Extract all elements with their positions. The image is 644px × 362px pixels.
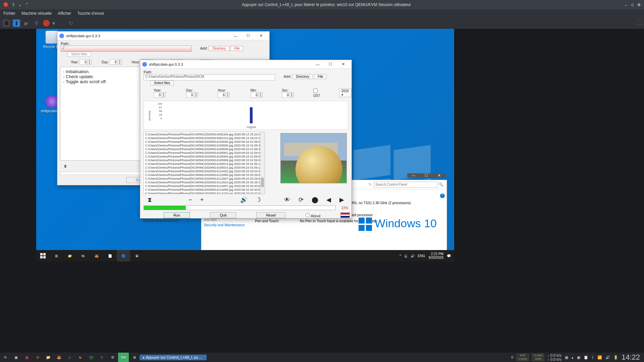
next-icon[interactable]: ▶ bbox=[339, 196, 344, 203]
files-icon[interactable]: ▦ bbox=[21, 353, 32, 362]
spinner-icon[interactable]: ▴▾ bbox=[290, 92, 294, 98]
close-button[interactable]: ✕ bbox=[337, 62, 350, 66]
maximize-button[interactable]: ☐ bbox=[242, 34, 255, 38]
reload-icon[interactable]: ⟳ bbox=[299, 196, 304, 203]
play-icon[interactable]: ▶ bbox=[23, 19, 30, 27]
prev-icon[interactable]: ◀ bbox=[326, 196, 331, 203]
scrollbar[interactable] bbox=[260, 132, 265, 194]
explorer-button[interactable]: 📁 bbox=[63, 250, 76, 261]
monitor-icon[interactable]: 🖥 bbox=[3, 19, 10, 27]
tray-network-icon[interactable]: ⊑ bbox=[405, 254, 407, 258]
day-input[interactable] bbox=[186, 92, 194, 98]
moon-icon[interactable]: ☽ bbox=[256, 196, 261, 203]
power-icon[interactable] bbox=[43, 20, 50, 26]
firefox-button[interactable]: 🦊 bbox=[90, 250, 103, 261]
list-item[interactable]: C:/Users/Gentoo/Pictures/Photos/DICM/IMG… bbox=[145, 181, 263, 184]
menu-fichier[interactable]: Fichier bbox=[3, 11, 15, 16]
select-files-button[interactable]: Select files bbox=[150, 80, 174, 85]
spinner-icon[interactable]: ▴▾ bbox=[118, 59, 122, 65]
list-item[interactable]: C:/Users/Gentoo/Pictures/Photos/DICM/IMG… bbox=[145, 151, 263, 155]
help-icon[interactable]: ? bbox=[440, 193, 445, 198]
file-button[interactable]: File bbox=[314, 74, 327, 79]
action-center-icon[interactable]: 💬 bbox=[447, 254, 451, 258]
maximize-button[interactable]: ☐ bbox=[420, 173, 433, 178]
list-item[interactable]: C:/Users/Gentoo/Pictures/Photos/DICM/IMG… bbox=[145, 162, 263, 166]
close-button[interactable]: ✕ bbox=[255, 34, 267, 38]
refresh-icon[interactable]: ↻ bbox=[369, 182, 372, 187]
close-button[interactable]: ✕ bbox=[433, 173, 445, 178]
host-minimize-icon[interactable]: ⌄ bbox=[624, 2, 628, 7]
dst-checkbox[interactable] bbox=[313, 88, 318, 93]
list-item[interactable]: C:/Users/Gentoo/Pictures/Photos/DICM/IMG… bbox=[145, 147, 263, 151]
tex-icon[interactable]: TeX bbox=[118, 353, 129, 362]
gear-icon[interactable]: ⚙ bbox=[107, 353, 118, 362]
tray-battery-icon[interactable]: 🔋 bbox=[613, 355, 618, 360]
year-combo[interactable]: 2020 ▾ bbox=[339, 88, 352, 97]
dropdown-icon[interactable]: ▾ bbox=[52, 20, 55, 26]
min-input[interactable] bbox=[251, 92, 259, 98]
file-list[interactable]: C:/Users/Gentoo/Pictures/Photos/DICM/IMG… bbox=[144, 132, 265, 194]
fullscreen-icon[interactable]: ⛶ bbox=[637, 19, 644, 27]
host-pin-icon[interactable]: ⇧ bbox=[12, 2, 15, 7]
day-input[interactable] bbox=[110, 59, 118, 65]
list-item[interactable]: C:/Users/Gentoo/Pictures/Photos/DICM/IMG… bbox=[145, 133, 263, 136]
cpu-chip-icon[interactable]: ▦ bbox=[565, 355, 568, 360]
tray-app-icon[interactable]: ▣ bbox=[577, 355, 580, 360]
list-item[interactable]: C:/Users/Gentoo/Pictures/Photos/DICM/IMG… bbox=[145, 155, 263, 159]
file-button[interactable]: File bbox=[230, 46, 243, 51]
host-maximize-icon[interactable]: ◇ bbox=[631, 2, 634, 7]
start-button[interactable] bbox=[36, 250, 50, 261]
app-icon[interactable]: ✿ bbox=[32, 353, 43, 362]
search-icon[interactable]: 🔍 bbox=[439, 182, 443, 187]
hourglass-icon[interactable]: ⧗ bbox=[64, 164, 67, 168]
list-item[interactable]: C:/Users/Gentoo/Pictures/Photos/DICM/IMG… bbox=[145, 144, 263, 147]
folder-icon[interactable]: 📁 bbox=[43, 353, 54, 362]
refresh-icon[interactable]: ↻ bbox=[67, 19, 74, 27]
menu-machine[interactable]: Machine virtuelle bbox=[21, 11, 52, 16]
list-item[interactable]: C:/Users/Gentoo/Pictures/Photos/DICM/IMG… bbox=[145, 170, 263, 173]
plus-button[interactable]: + bbox=[200, 196, 204, 203]
hour-input[interactable] bbox=[218, 92, 226, 98]
hourglass-icon[interactable]: ⧗ bbox=[148, 196, 152, 203]
tray-volume-icon[interactable]: 🔊 bbox=[605, 355, 610, 360]
tray-overflow-icon[interactable]: ^ bbox=[399, 254, 401, 258]
about-radio[interactable] bbox=[306, 213, 310, 217]
pause-icon[interactable]: ⏸ bbox=[33, 19, 40, 27]
tray-arrow-icon[interactable]: ▴ bbox=[572, 355, 574, 360]
tray-clock[interactable]: 2:22 PM bbox=[431, 252, 443, 256]
security-link[interactable]: Security and Maintenance bbox=[204, 223, 248, 227]
chromium-icon[interactable]: ◎ bbox=[64, 353, 75, 362]
list-item[interactable]: C:/Users/Gentoo/Pictures/Photos/DICM/IMG… bbox=[145, 136, 263, 140]
directory-button[interactable]: Directory bbox=[209, 46, 229, 51]
spinner-icon[interactable]: ▴▾ bbox=[226, 92, 230, 98]
year-input[interactable] bbox=[79, 59, 88, 65]
tray-bluetooth-icon[interactable]: ᛒ bbox=[592, 355, 594, 359]
minus-button[interactable]: − bbox=[189, 196, 192, 203]
list-item[interactable]: C:/Users/Gentoo/Pictures/Photos/DICM/IMG… bbox=[145, 173, 263, 177]
qt-icon[interactable]: Qt bbox=[86, 353, 97, 362]
host-close-icon[interactable]: ⊗ bbox=[637, 2, 641, 7]
list-item[interactable]: C:/Users/Gentoo/Pictures/Photos/DICM/IMG… bbox=[145, 192, 263, 194]
menu-touche[interactable]: Touche d'envoi bbox=[77, 11, 104, 16]
tray-volume-icon[interactable]: 🔊 bbox=[411, 254, 415, 258]
path-input[interactable]: ./ bbox=[61, 46, 192, 52]
sec-input[interactable] bbox=[282, 92, 290, 98]
spinner-icon[interactable]: ▴▾ bbox=[259, 92, 263, 98]
directory-button[interactable]: Directory bbox=[292, 74, 313, 79]
list-item[interactable]: C:/Users/Gentoo/Pictures/Photos/DICM/IMG… bbox=[145, 177, 263, 181]
minimize-button[interactable]: — bbox=[407, 173, 420, 178]
panel-clock[interactable]: 14:22 bbox=[622, 353, 640, 362]
tray-wifi-icon[interactable]: 📶 bbox=[597, 355, 602, 360]
cpu-graph-1[interactable]: 97%2.3GHz bbox=[517, 354, 529, 361]
list-item[interactable]: C:/Users/Gentoo/Pictures/Photos/DICM/IMG… bbox=[145, 140, 263, 144]
info-icon[interactable]: ℹ bbox=[13, 19, 20, 27]
terminal-icon[interactable]: ▣ bbox=[11, 353, 21, 362]
maximize-button[interactable]: ☐ bbox=[324, 62, 337, 66]
path-input[interactable]: C:/Users/Gentoo/Pictures/Photos/DICM bbox=[144, 74, 275, 80]
quit-button[interactable]: Quit bbox=[210, 212, 236, 218]
task-view-button[interactable]: ⊞ bbox=[50, 250, 63, 261]
notepad-button[interactable]: 📄 bbox=[103, 250, 117, 261]
reset-button[interactable]: Reset bbox=[256, 212, 285, 218]
app2-icon[interactable]: ☯ bbox=[75, 353, 86, 362]
spinner-icon[interactable]: ▴▾ bbox=[162, 92, 166, 98]
